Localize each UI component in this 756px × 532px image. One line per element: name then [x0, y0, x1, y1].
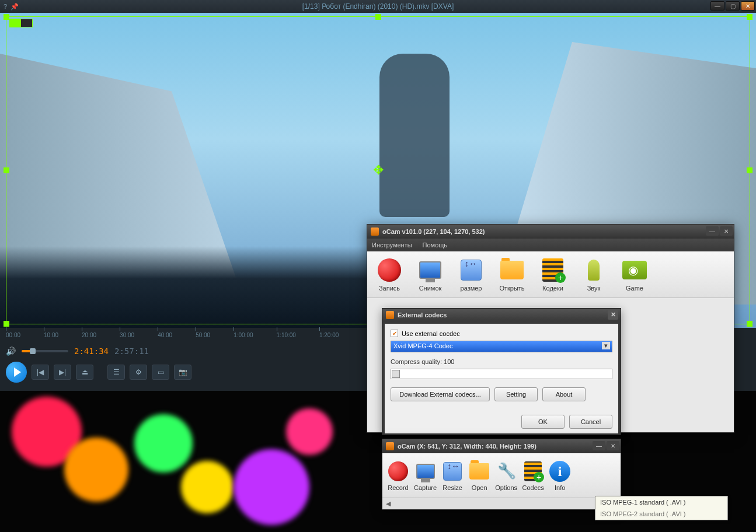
setting-button[interactable]: Setting [494, 387, 538, 401]
codec-list-popup: ISO MPEG-1 standard ( .AVI ) ISO MPEG-2 … [595, 496, 728, 520]
ocam2-title: oCam (X: 541, Y: 312, Width: 440, Height… [398, 443, 536, 450]
time-tick: 10:00 [44, 332, 58, 338]
about-button[interactable]: About [542, 387, 586, 401]
microphone-icon [588, 260, 600, 281]
ok-button[interactable]: OK [521, 415, 565, 429]
resize-handle-top[interactable] [375, 14, 381, 20]
use-external-checkbox-row: ✔ Use external cocdec [391, 330, 612, 337]
slider-thumb[interactable] [392, 370, 400, 378]
resize-button[interactable]: размер [455, 255, 487, 294]
use-external-checkbox[interactable]: ✔ [391, 330, 398, 337]
resize-handle-top-left[interactable] [4, 14, 9, 20]
move-cursor-icon[interactable]: ✥ [373, 163, 384, 178]
resize-handle-top-right[interactable] [747, 14, 752, 20]
sound-button[interactable]: Звук [577, 255, 610, 294]
resize-icon [443, 462, 462, 481]
use-external-label: Use external cocdec [402, 330, 460, 337]
help-icon[interactable]: ? [4, 3, 7, 10]
quality-slider[interactable] [391, 369, 612, 379]
time-tick: 50:00 [196, 332, 210, 338]
monitor-icon [419, 261, 441, 279]
settings-button[interactable]: ⚙ [130, 365, 147, 380]
ocam2-statusbar: ◀ ▶ [382, 498, 621, 509]
record-icon [378, 258, 401, 282]
film-icon [542, 258, 563, 282]
prev-button[interactable]: |◀ [32, 365, 49, 380]
open-button[interactable]: Открыть [496, 255, 528, 294]
close-button[interactable]: ✕ [607, 441, 619, 450]
close-button[interactable]: ✕ [720, 226, 733, 236]
resize-icon [461, 260, 482, 281]
time-tick: 30:00 [120, 332, 134, 338]
resize-handle-bottom-right[interactable] [747, 321, 752, 327]
ocam-secondary-window: oCam (X: 541, Y: 312, Width: 440, Height… [382, 439, 621, 510]
folder-icon [500, 261, 524, 279]
pin-icon[interactable]: 📌 [11, 3, 19, 10]
ocam-app-icon [371, 228, 379, 236]
record-button[interactable]: Record [386, 459, 410, 492]
next-button[interactable]: ▶| [54, 365, 71, 380]
options-button[interactable]: Options [494, 459, 518, 492]
codecs-button[interactable]: Кодеки [536, 255, 569, 294]
codec-select[interactable]: Xvid MPEG-4 Codec [391, 341, 612, 352]
eject-button[interactable]: ⏏ [76, 365, 93, 380]
record-button[interactable]: Запись [373, 255, 406, 294]
game-button[interactable]: Game [618, 255, 651, 294]
resize-button[interactable]: Resize [440, 459, 465, 492]
minimize-button[interactable]: — [706, 226, 719, 236]
codec-list-item[interactable]: ISO MPEG-1 standard ( .AVI ) [595, 496, 727, 508]
close-button[interactable]: ✕ [608, 310, 618, 320]
info-icon: i [549, 461, 570, 482]
capture-button[interactable]: Capture [413, 459, 438, 492]
maximize-button[interactable]: ▢ [726, 1, 740, 10]
menu-help[interactable]: Помощь [423, 242, 448, 249]
resize-handle-bottom-left[interactable] [4, 321, 9, 327]
ocam2-toolbar: Record Capture Resize Open Options Codec… [382, 453, 621, 498]
ocam-menubar: Инструменты Помощь [367, 239, 734, 251]
volume-slider[interactable] [22, 350, 68, 352]
time-tick: 1:10:00 [277, 332, 296, 338]
snapshot-button[interactable]: 📷 [174, 365, 191, 380]
monitor-icon [416, 464, 435, 479]
open-button[interactable]: Open [467, 459, 492, 492]
codecs-button[interactable]: Codecs [521, 459, 545, 492]
player-title: [1/13] Робот (Endhiran) (2010) (HD).mkv … [302, 2, 454, 10]
volume-icon[interactable]: 🔊 [6, 346, 16, 356]
time-tick: 00:00 [6, 332, 20, 338]
codec-dialog-body: ✔ Use external cocdec Xvid MPEG-4 Codec … [385, 324, 618, 433]
ocam-app-icon [386, 311, 394, 319]
subtitle-button[interactable]: ▭ [152, 365, 169, 380]
time-tick: 1:00:00 [234, 332, 253, 338]
download-codecs-button[interactable]: Download External codecs... [391, 387, 490, 401]
quality-label: Compress quality: 100 [391, 358, 612, 365]
info-button[interactable]: i Info [548, 459, 572, 492]
external-codecs-dialog: External codecs ✕ ✔ Use external cocdec … [382, 308, 621, 435]
player-window-controls: — ▢ ✕ [710, 1, 755, 10]
codec-dialog-titlebar[interactable]: External codecs ✕ [382, 309, 621, 321]
playlist-button[interactable]: ☰ [107, 365, 125, 380]
total-time: 2:57:11 [114, 346, 149, 356]
capture-button[interactable]: Снимок [414, 255, 447, 294]
ocam-titlebar[interactable]: oCam v101.0 (227, 104, 1270, 532) — ✕ [367, 225, 734, 239]
titlebar-left-icons: ? 📌 [0, 3, 19, 10]
resize-handle-left[interactable] [4, 167, 9, 173]
minimize-button[interactable]: — [593, 441, 605, 450]
minimize-button[interactable]: — [710, 1, 724, 10]
close-button[interactable]: ✕ [741, 1, 755, 10]
folder-icon [469, 463, 489, 480]
play-button[interactable] [6, 362, 27, 383]
ocam-toolbar: Запись Снимок размер Открыть Кодеки Звук… [367, 251, 734, 298]
scroll-left-icon[interactable]: ◀ [386, 500, 391, 508]
player-titlebar: ? 📌 [1/13] Робот (Endhiran) (2010) (HD).… [0, 0, 756, 13]
ocam-app-icon [386, 442, 394, 450]
tools-icon [495, 460, 517, 483]
cancel-button[interactable]: Cancel [569, 415, 612, 429]
nvidia-icon [622, 261, 647, 279]
codec-dialog-title: External codecs [398, 312, 447, 318]
ocam2-titlebar[interactable]: oCam (X: 541, Y: 312, Width: 440, Height… [382, 439, 621, 453]
current-time: 2:41:34 [74, 346, 109, 356]
resize-handle-right[interactable] [747, 167, 752, 173]
menu-tools[interactable]: Инструменты [372, 242, 412, 249]
codec-list-item[interactable]: ISO MPEG-2 standard ( .AVI ) [595, 508, 727, 520]
time-tick: 40:00 [158, 332, 172, 338]
